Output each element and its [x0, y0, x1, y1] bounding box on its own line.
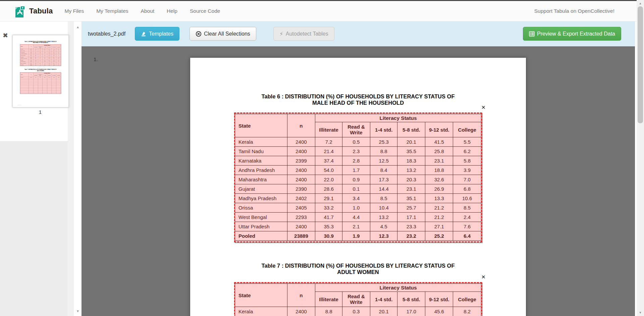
nav-link-source-code[interactable]: Source Code [190, 8, 220, 14]
nav-link-my-templates[interactable]: My Templates [96, 8, 128, 14]
nav-link-about[interactable]: About [141, 8, 155, 14]
selection2-close-icon[interactable]: ✕ [481, 274, 486, 279]
tabula-logo-icon [13, 4, 26, 18]
autodetect-button-label: Autodetect Tables [286, 31, 328, 37]
viewer-page-number-label: 1. [94, 56, 98, 62]
toolbar: twotables_2.pdf Templates Clear All Sele… [82, 21, 635, 46]
selection1-close-icon[interactable]: ✕ [481, 105, 486, 110]
scrollbar-down-arrow-icon[interactable]: ▼ [637, 310, 644, 315]
remove-page-button[interactable]: ✖ [3, 32, 8, 39]
table-selection-2[interactable] [234, 282, 482, 316]
table7-title: Table 7 : DISTRIBUTION (%) OF HOUSEHOLDS… [190, 263, 526, 275]
brand-title: Tabula [29, 7, 53, 15]
templates-button[interactable]: Templates [135, 27, 179, 41]
autodetect-tables-button[interactable]: ⚡ Autodetect Tables [273, 27, 334, 41]
page-thumbnail[interactable]: Table 6 : DISTRIBUTION (%) OF HOUSEHOLDS… [12, 35, 69, 107]
sidebar-background [0, 141, 68, 316]
table6-title-line1: Table 6 : DISTRIBUTION (%) OF HOUSEHOLDS… [190, 93, 526, 100]
lightning-bolt-icon: ⚡ [279, 31, 283, 37]
filename-label: twotables_2.pdf [88, 31, 125, 37]
preview-export-button-label: Preview & Export Extracted Data [537, 31, 615, 37]
preview-export-button[interactable]: Preview & Export Extracted Data [523, 27, 621, 41]
clear-circle-x-icon [196, 31, 202, 37]
templates-icon [141, 31, 147, 37]
sidebar-scroll-up-arrow-icon[interactable]: ▲ [74, 25, 82, 30]
templates-button-label: Templates [149, 31, 173, 37]
table-selection-1[interactable] [234, 112, 482, 242]
tabula-app: Tabula My Files My Templates About Help … [0, 0, 644, 316]
brand-home-link[interactable]: Tabula [13, 4, 53, 18]
support-link[interactable]: Support Tabula on OpenCollective! [534, 8, 614, 14]
nav-link-my-files[interactable]: My Files [64, 8, 84, 14]
page-thumbnail-content: Table 6 : DISTRIBUTION (%) OF HOUSEHOLDS… [13, 35, 68, 107]
page-scrollbar[interactable]: ▲ ▼ [637, 0, 644, 316]
nav-link-help[interactable]: Help [167, 8, 177, 14]
nav-links: My Files My Templates About Help Source … [64, 8, 232, 14]
table7-title-line2: ADULT WOMEN [190, 269, 526, 275]
navbar: Tabula My Files My Templates About Help … [0, 1, 637, 21]
thumbnail-page-number: 1 [12, 109, 68, 115]
clear-button-label: Clear All Selections [204, 31, 250, 37]
pdf-viewer: 1. Table 6 : DISTRIBUTION (%) OF HOUSEHO… [82, 46, 635, 316]
pages-sidebar: ▲ ▼ ✖ Table 6 : DISTRIBUTION (%) OF HOUS… [0, 21, 82, 316]
table-list-icon [529, 31, 535, 37]
table7-title-line1: Table 7 : DISTRIBUTION (%) OF HOUSEHOLDS… [190, 263, 526, 269]
table6-title: Table 6 : DISTRIBUTION (%) OF HOUSEHOLDS… [190, 93, 526, 106]
window-top-edge [0, 0, 644, 1]
pdf-page[interactable]: Table 6 : DISTRIBUTION (%) OF HOUSEHOLDS… [13, 35, 68, 107]
scrollbar-up-arrow-icon[interactable]: ▲ [637, 1, 644, 6]
table6-title-line2: MALE HEAD OF THE HOUSEHOLD [190, 100, 526, 106]
clear-all-selections-button[interactable]: Clear All Selections [190, 27, 256, 41]
scrollbar-thumb[interactable] [638, 6, 643, 123]
sidebar-scroll-down-arrow-icon[interactable]: ▼ [74, 309, 82, 314]
pdf-page[interactable]: Table 6 : DISTRIBUTION (%) OF HOUSEHOLDS… [190, 58, 526, 316]
